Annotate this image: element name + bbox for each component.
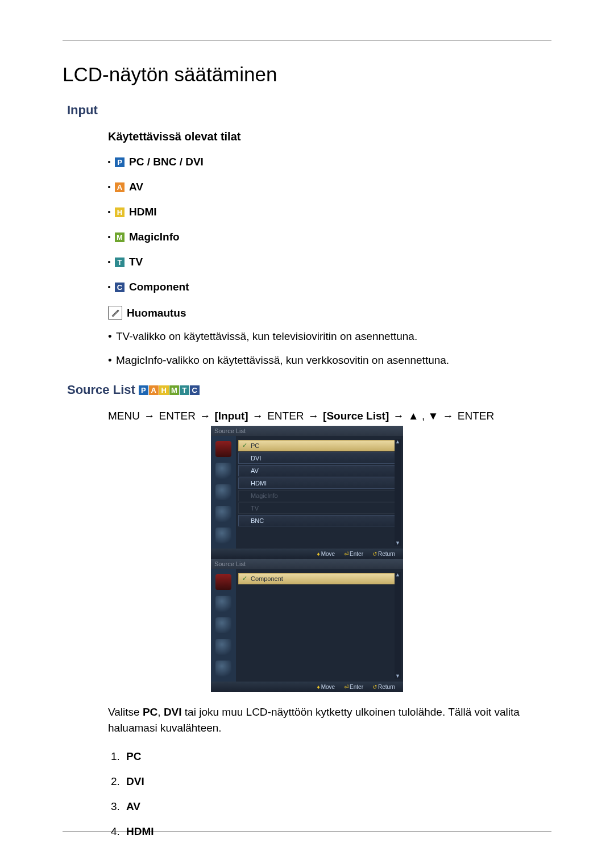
osd-item-label: MagicInfo (251, 492, 278, 499)
mode-label: HDMI (129, 206, 157, 218)
notes-list: • TV-valikko on käytettävissä, kun telev… (108, 330, 551, 367)
osd-item-dvi: DVI (238, 452, 401, 464)
list-item: DVI (123, 775, 551, 788)
source-list-heading-row: Source List P A H M T C (67, 383, 551, 397)
osd-scrollbar: ▲ ▼ (395, 439, 401, 546)
osd-side-icon (215, 506, 231, 522)
check-icon (242, 480, 248, 486)
osd-footer-label: Enter (350, 551, 363, 557)
para-bold: PC (143, 706, 157, 718)
bullet-icon (108, 236, 110, 238)
osd-item-label: HDMI (251, 480, 267, 487)
return-icon: ↺ (372, 684, 377, 690)
osd-title: Source List (211, 426, 403, 436)
badge-c-icon: C (115, 283, 125, 292)
osd-item-hdmi: HDMI (238, 477, 401, 489)
mode-pc: P PC / BNC / DVI (108, 156, 551, 168)
osd-item-bnc: BNC (238, 515, 401, 526)
badge-h-icon: H (115, 207, 125, 217)
osd-side-icon (215, 639, 231, 655)
move-icon: ♦ (317, 551, 320, 557)
osd-side-icon (215, 596, 231, 612)
check-icon (242, 518, 248, 524)
osd-footer-enter: ⏎Enter (344, 684, 363, 690)
arrow-icon: → (442, 410, 455, 422)
osd-panel-1: Source List PC DVI AV HDMI MagicInfo TV … (211, 426, 403, 559)
osd-item-label: PC (251, 442, 259, 449)
nav-step: [Input] (214, 410, 248, 422)
up-arrow-icon: ▲ (395, 439, 400, 445)
menu-nav-path: MENU → ENTER → [Input] → ENTER → [Source… (108, 410, 551, 422)
osd-footer-move: ♦Move (317, 551, 335, 557)
badge-h-icon: H (159, 385, 169, 395)
osd-side-icons (211, 436, 236, 549)
enter-icon: ⏎ (344, 551, 349, 557)
arrow-icon: → (198, 410, 211, 422)
badge-a-icon: A (149, 385, 159, 395)
osd-footer-label: Move (321, 551, 335, 557)
comma: , (422, 410, 425, 422)
return-icon: ↺ (372, 551, 377, 557)
numbered-source-list: PC DVI AV HDMI (108, 750, 551, 838)
osd-item-magicinfo: MagicInfo (238, 490, 401, 501)
enter-icon: ⏎ (344, 684, 349, 690)
osd-footer-enter: ⏎Enter (344, 551, 363, 557)
nav-step: [Source List] (323, 410, 389, 422)
badge-p-icon: P (115, 157, 125, 167)
osd-item-label: Component (251, 575, 283, 582)
osd-side-icons (211, 569, 236, 682)
up-arrow-icon: ▲ (408, 410, 419, 422)
bullet-icon (108, 186, 110, 188)
osd-side-icon (215, 484, 231, 500)
osd-main: PC DVI AV HDMI MagicInfo TV BNC ▲ ▼ (236, 436, 403, 549)
mode-tv: T TV (108, 256, 551, 268)
arrow-icon: → (307, 410, 320, 422)
source-description: Valitse PC, DVI tai joku muu LCD-näyttöö… (108, 704, 551, 736)
osd-side-icon (215, 661, 231, 676)
list-item: AV (123, 800, 551, 813)
para-text: , (157, 706, 164, 718)
mode-label: Component (129, 281, 189, 293)
note-icon (108, 306, 122, 320)
para-text: Valitse (108, 706, 143, 718)
osd-footer: ♦Move ⏎Enter ↺Return (211, 549, 403, 559)
source-list-heading: Source List (67, 383, 135, 397)
badge-p-icon: P (139, 385, 148, 395)
osd-item-pc: PC (238, 440, 401, 451)
bullet-icon: • (108, 330, 110, 343)
nav-step: ENTER (159, 410, 196, 422)
mode-label: PC / BNC / DVI (129, 156, 204, 168)
mode-av: A AV (108, 181, 551, 193)
check-icon (242, 468, 248, 474)
osd-screenshot-area: Source List PC DVI AV HDMI MagicInfo TV … (63, 426, 551, 692)
osd-footer-label: Move (321, 684, 335, 690)
bullet-icon (108, 211, 110, 213)
arrow-icon: → (392, 410, 405, 422)
osd-main: Component ▲ ▼ (236, 569, 403, 682)
modes-list: P PC / BNC / DVI A AV H HDMI M MagicInfo… (108, 156, 551, 293)
osd-side-icon (215, 574, 231, 590)
osd-footer-move: ♦Move (317, 684, 335, 690)
osd-footer-label: Return (378, 684, 395, 690)
osd-side-icon (215, 528, 231, 543)
mode-hdmi: H HDMI (108, 206, 551, 218)
osd-panel-2: Source List Component ▲ ▼ (211, 559, 403, 692)
osd-footer-return: ↺Return (372, 684, 395, 690)
osd-item-component: Component (238, 573, 401, 584)
note-label: Huomautus (127, 307, 186, 319)
bottom-divider (63, 832, 551, 832)
check-icon (242, 576, 248, 582)
mode-label: TV (129, 256, 143, 268)
osd-footer-label: Enter (350, 684, 363, 690)
modes-heading: Käytettävissä olevat tilat (108, 130, 551, 143)
down-arrow-icon: ▼ (395, 540, 400, 546)
badge-m-icon: M (169, 385, 179, 395)
para-bold: DVI (164, 706, 182, 718)
bullet-icon: • (108, 354, 110, 367)
nav-step: MENU (108, 410, 140, 422)
osd-scrollbar: ▲ ▼ (395, 572, 401, 679)
down-arrow-icon: ▼ (395, 673, 400, 679)
check-icon (242, 505, 248, 511)
move-icon: ♦ (317, 684, 320, 690)
osd-body: Component ▲ ▼ (211, 569, 403, 682)
